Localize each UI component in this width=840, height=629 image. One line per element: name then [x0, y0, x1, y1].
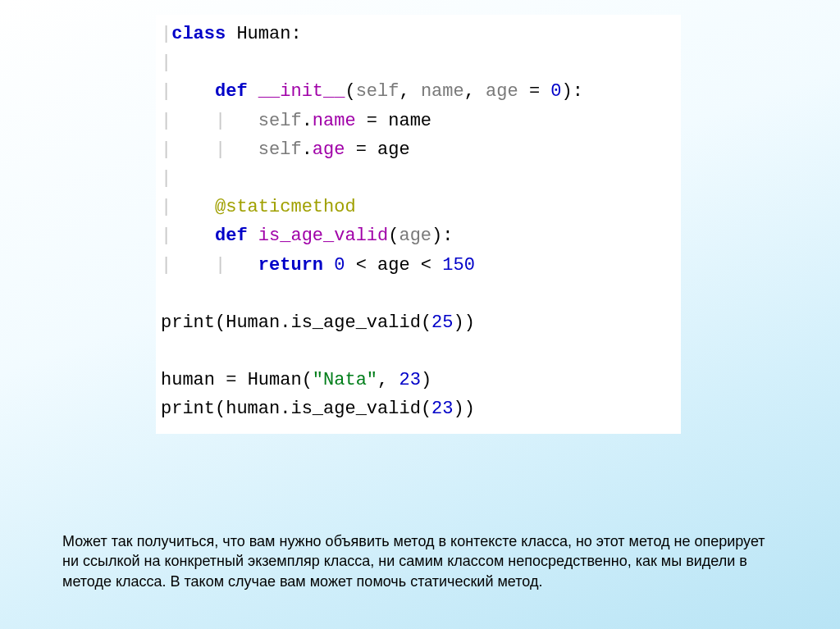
code-snippet: |class Human: | | def __init__(self, nam…: [156, 15, 681, 434]
fn-is-age-valid: is_age_valid: [258, 226, 388, 246]
string-literal: "Nata": [313, 370, 377, 390]
decorator: @staticmethod: [215, 197, 356, 217]
slide: |class Human: | | def __init__(self, nam…: [0, 0, 840, 629]
fn-init: __init__: [258, 81, 345, 102]
kw-def: def: [215, 81, 248, 102]
class-name: Human: [236, 24, 290, 44]
code-pre: |class Human: | | def __init__(self, nam…: [161, 20, 676, 424]
kw-class: class: [171, 24, 226, 44]
explanation-paragraph: Может так получиться, что вам нужно объя…: [62, 531, 778, 591]
